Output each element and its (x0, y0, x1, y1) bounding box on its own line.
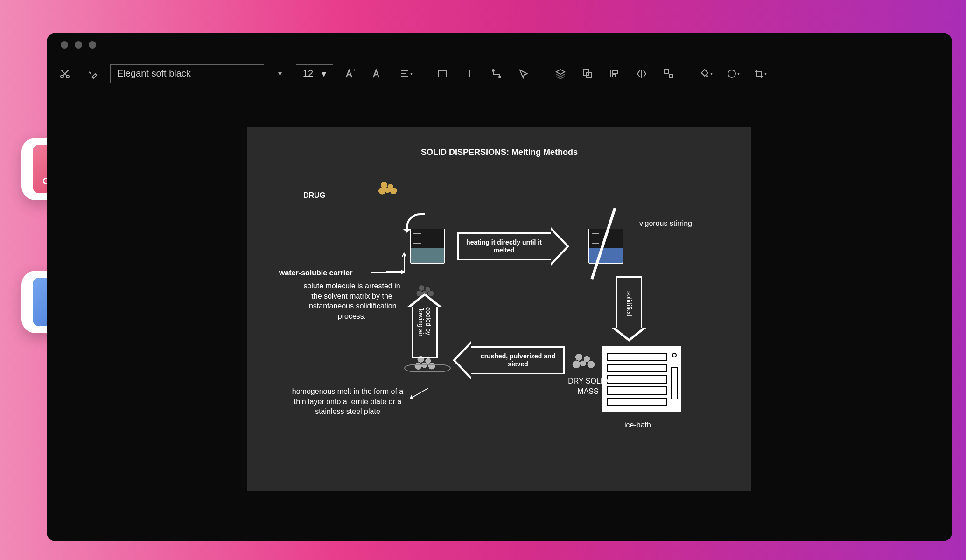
slide[interactable]: SOLID DISPERSIONS: Melting Methods DRUG … (247, 127, 751, 491)
outline-button[interactable]: ▾ (724, 65, 742, 83)
increase-font-button[interactable]: + (343, 65, 360, 83)
cut-button[interactable] (56, 65, 74, 83)
distribute-button[interactable] (660, 65, 678, 83)
window-minimize-button[interactable] (75, 41, 82, 49)
app-window: Elegant soft black ▾ 12▾ + − ▾ ▾ ▾ ▾ SOL… (47, 33, 952, 541)
svg-rect-4 (438, 70, 447, 77)
svg-point-5 (492, 70, 494, 71)
connector-tool-button[interactable] (488, 65, 505, 83)
layers-button[interactable] (552, 65, 569, 83)
line-arrow-icon (410, 388, 428, 399)
rectangle-tool-button[interactable] (434, 65, 451, 83)
svg-point-13 (728, 70, 735, 77)
fill-color-button[interactable]: ▾ (697, 65, 714, 83)
dry-solid-mass-label: DRY SOLID MASS (560, 376, 616, 396)
solute-desc-label: solute molecule is arrested in the solve… (301, 281, 403, 321)
plate-icon (404, 364, 451, 372)
align-objects-button[interactable] (606, 65, 623, 83)
icebath-label: ice-bath (624, 420, 651, 430)
format-painter-button[interactable] (83, 65, 101, 83)
canvas-area[interactable]: SOLID DISPERSIONS: Melting Methods DRUG … (47, 90, 952, 541)
window-close-button[interactable] (61, 41, 68, 49)
beaker-icon (410, 229, 445, 264)
font-family-select[interactable]: Elegant soft black (110, 64, 264, 83)
text-tool-button[interactable] (461, 65, 478, 83)
powder-icon (571, 352, 597, 370)
powder-icon (415, 284, 436, 298)
window-maximize-button[interactable] (89, 41, 96, 49)
svg-rect-9 (613, 71, 617, 73)
flip-button[interactable] (633, 65, 651, 83)
elbow-arrow-icon (385, 250, 412, 273)
decrease-font-button[interactable]: − (370, 65, 387, 83)
chevron-down-icon[interactable]: ▾ (273, 69, 287, 78)
drug-powder-icon (378, 181, 399, 195)
svg-rect-10 (613, 75, 616, 77)
pointer-tool-button[interactable] (515, 65, 532, 83)
carrier-label: water-soluble carrier (279, 268, 352, 278)
arrow-solidified: solidified (616, 276, 642, 342)
drug-label: DRUG (303, 190, 325, 201)
font-size-select[interactable]: 12▾ (296, 64, 333, 83)
melt-desc-label: homogenous melt in the form of a thin la… (289, 386, 406, 417)
titlebar (47, 33, 952, 57)
svg-text:+: + (353, 68, 356, 73)
svg-point-6 (499, 76, 501, 78)
arrow-heating: heating it directly until it melted (457, 232, 569, 260)
group-button[interactable] (579, 65, 596, 83)
crop-button[interactable]: ▾ (751, 65, 769, 83)
svg-rect-12 (669, 74, 673, 78)
toolbar: Elegant soft black ▾ 12▾ + − ▾ ▾ ▾ ▾ (47, 57, 952, 90)
arrow-crushed: crushed, pulverized and sieved (453, 346, 565, 374)
vigorous-stirring-label: vigorous stirring (639, 218, 692, 229)
svg-rect-11 (665, 70, 668, 73)
svg-text:−: − (380, 68, 383, 73)
slide-title: SOLID DISPERSIONS: Melting Methods (247, 147, 751, 157)
arrow-cooled: cooled by flowing air (412, 293, 438, 358)
align-button[interactable]: ▾ (397, 65, 414, 83)
